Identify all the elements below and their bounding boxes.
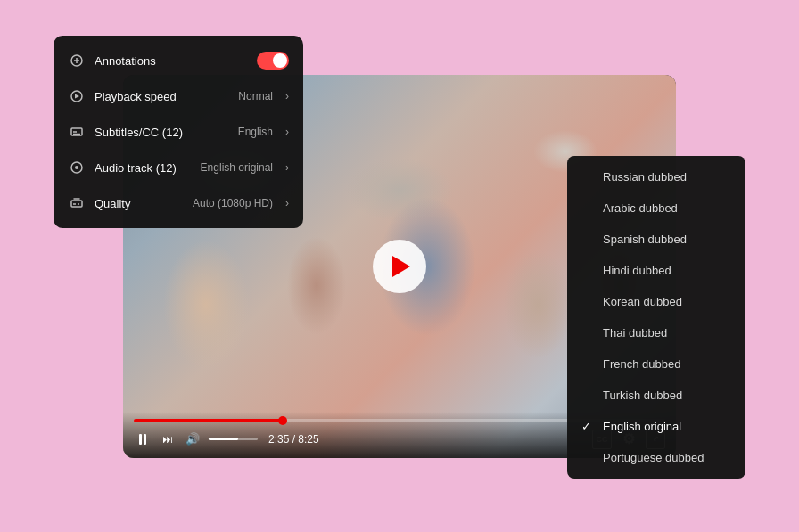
svg-point-4 <box>75 166 78 169</box>
play-triangle-icon <box>392 256 410 277</box>
pause-button[interactable] <box>134 430 152 448</box>
volume-fill <box>209 438 238 440</box>
audio-item-korean[interactable]: Korean dubbed <box>567 286 745 317</box>
quality-icon <box>68 194 86 212</box>
progress-dot <box>278 416 287 425</box>
playback-icon <box>68 87 86 105</box>
skip-icon: ⏭ <box>162 433 173 446</box>
audio-item-portuguese[interactable]: Portuguese dubbed <box>567 442 745 473</box>
quality-value: Auto (1080p HD) <box>193 197 273 209</box>
subtitles-chevron-icon: › <box>285 126 289 138</box>
subtitles-label: Subtitles/CC (12) <box>95 126 229 139</box>
audio-item-english-original[interactable]: ✓ English original <box>567 411 745 442</box>
subtitles-value: English <box>238 126 273 138</box>
settings-row-quality[interactable]: Quality Auto (1080p HD) › <box>54 185 303 221</box>
quality-label: Quality <box>95 197 184 210</box>
playback-chevron-icon: › <box>285 90 289 102</box>
annotations-toggle[interactable] <box>257 52 289 70</box>
audio-label-arabic: Arabic dubbed <box>603 201 678 215</box>
progress-fill <box>134 419 283 422</box>
quality-chevron-icon: › <box>285 197 289 209</box>
audio-value: English original <box>201 161 273 174</box>
audio-item-thai[interactable]: Thai dubbed <box>567 317 745 348</box>
audio-label-russian: Russian dubbed <box>603 170 687 184</box>
audio-item-russian[interactable]: Russian dubbed <box>567 161 745 192</box>
skip-button[interactable]: ⏭ <box>159 430 177 448</box>
volume-button[interactable]: 🔊 <box>184 430 202 448</box>
play-button[interactable] <box>373 240 426 293</box>
settings-row-subtitles[interactable]: Subtitles/CC (12) English › <box>54 114 303 150</box>
settings-row-audio[interactable]: Audio track (12) English original › <box>54 150 303 185</box>
audio-item-arabic[interactable]: Arabic dubbed <box>567 192 745 224</box>
audio-item-spanish[interactable]: Spanish dubbed <box>567 224 745 255</box>
settings-panel: Annotations Playback speed Normal › Subt… <box>54 36 303 228</box>
annotations-label: Annotations <box>95 54 248 68</box>
audio-label-english-original: English original <box>603 420 681 433</box>
check-icon-english: ✓ <box>581 420 596 433</box>
subtitles-icon <box>68 123 86 141</box>
playback-label: Playback speed <box>95 90 229 103</box>
audio-label-hindi: Hindi dubbed <box>603 264 671 277</box>
audio-label-portuguese: Portuguese dubbed <box>603 451 704 464</box>
toggle-knob <box>273 53 287 68</box>
audio-track-dropdown: Russian dubbed Arabic dubbed Spanish dub… <box>567 156 745 479</box>
audio-label: Audio track (12) <box>95 161 192 175</box>
audio-item-french[interactable]: French dubbed <box>567 348 745 380</box>
volume-slider[interactable] <box>209 438 258 440</box>
settings-row-annotations[interactable]: Annotations <box>54 43 303 78</box>
audio-label-korean: Korean dubbed <box>603 295 682 308</box>
svg-rect-5 <box>71 201 82 207</box>
audio-track-icon <box>68 159 86 176</box>
pause-icon <box>139 434 146 445</box>
audio-label-thai: Thai dubbed <box>603 326 667 340</box>
settings-row-playback[interactable]: Playback speed Normal › <box>54 78 303 114</box>
playback-value: Normal <box>238 90 273 102</box>
audio-item-turkish[interactable]: Turkish dubbed <box>567 380 745 411</box>
audio-chevron-icon: › <box>285 161 289 174</box>
audio-item-hindi[interactable]: Hindi dubbed <box>567 255 745 286</box>
audio-label-turkish: Turkish dubbed <box>603 389 682 402</box>
audio-label-french: French dubbed <box>603 357 680 371</box>
annotations-icon <box>68 52 86 70</box>
volume-icon: 🔊 <box>185 432 200 446</box>
time-display: 2:35 / 8:25 <box>268 433 319 446</box>
audio-label-spanish: Spanish dubbed <box>603 233 687 246</box>
